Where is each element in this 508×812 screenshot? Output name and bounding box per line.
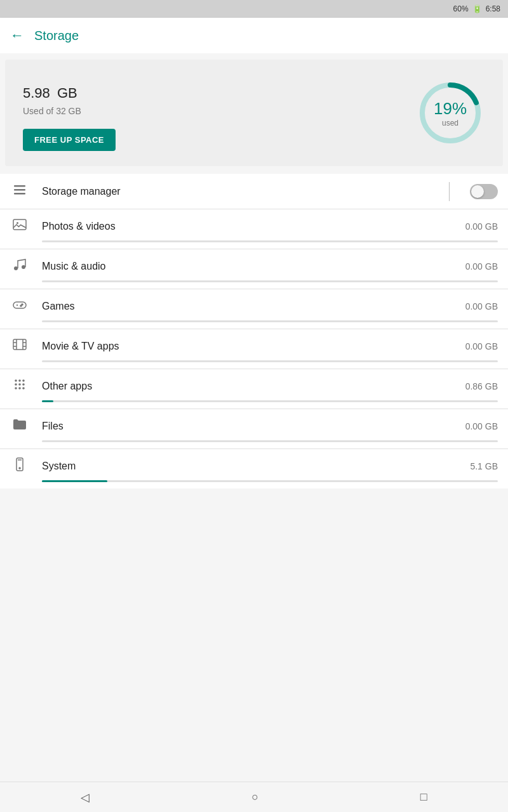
list-item-content: System 5.1 GB (42, 461, 498, 472)
main-content: 5.98 GB Used of 32 GB FREE UP SPACE 19% … (0, 53, 508, 782)
toggle-knob (471, 185, 484, 198)
svg-rect-4 (14, 193, 25, 195)
list-item-content: Files 0.00 GB (42, 421, 498, 432)
storage-summary-card: 5.98 GB Used of 32 GB FREE UP SPACE 19% … (5, 60, 503, 166)
nav-bar: ◁ ○ □ (0, 782, 508, 812)
svg-point-28 (18, 387, 21, 390)
svg-point-12 (22, 304, 23, 305)
list-item-row: Music & audio 0.00 GB (10, 257, 498, 275)
list-item-content: Photos & videos 0.00 GB (42, 221, 498, 232)
progress-track (42, 400, 498, 402)
list-item-row: Movie & TV apps 0.00 GB (10, 337, 498, 355)
storage-gb-number: 5.98 (23, 85, 50, 101)
svg-point-21 (15, 379, 17, 382)
grid-icon (10, 377, 29, 395)
list-item-content: Games 0.00 GB (42, 301, 498, 312)
battery-level: 60% (453, 4, 469, 13)
svg-rect-9 (13, 302, 26, 308)
svg-point-26 (22, 383, 25, 386)
list-item-movies[interactable]: Movie & TV apps 0.00 GB (0, 329, 508, 369)
storage-gb-label: GB (57, 85, 77, 101)
progress-track (42, 360, 498, 362)
back-button[interactable]: ← (10, 27, 24, 44)
list-item-value: 0.00 GB (465, 221, 498, 232)
list-item-label: Photos & videos (42, 221, 116, 232)
progress-track (42, 240, 498, 242)
storage-list: Photos & videos 0.00 GB Music & audio 0.… (0, 209, 508, 488)
music-icon (10, 257, 29, 275)
list-item-top: Photos & videos 0.00 GB (42, 221, 498, 232)
page-title: Storage (34, 29, 79, 43)
free-up-space-button[interactable]: FREE UP SPACE (23, 129, 116, 151)
progress-track (42, 440, 498, 442)
list-item-top: System 5.1 GB (42, 461, 498, 472)
image-icon (10, 217, 29, 235)
list-item-row: Other apps 0.86 GB (10, 377, 498, 395)
storage-manager-row[interactable]: Storage manager (0, 174, 508, 209)
status-bar-right: 60% 🔋 6:58 (453, 4, 500, 13)
app-bar: ← Storage (0, 18, 508, 53)
folder-icon (10, 417, 29, 435)
list-item-value: 0.86 GB (465, 381, 498, 391)
svg-point-29 (22, 387, 25, 390)
time-display: 6:58 (486, 4, 500, 13)
donut-percent: 19% (434, 99, 467, 119)
progress-track (42, 320, 498, 322)
svg-point-27 (15, 387, 17, 390)
storage-manager-toggle[interactable] (470, 184, 498, 199)
battery-icon: 🔋 (472, 4, 482, 13)
svg-rect-3 (14, 189, 25, 191)
list-item-label: System (42, 461, 76, 472)
list-item-otherapps[interactable]: Other apps 0.86 GB (0, 369, 508, 409)
list-item-label: Other apps (42, 381, 92, 392)
donut-label: 19% used (434, 99, 467, 128)
gamepad-icon (10, 297, 29, 315)
storage-info: 5.98 GB Used of 32 GB FREE UP SPACE (23, 75, 116, 151)
list-item-music[interactable]: Music & audio 0.00 GB (0, 249, 508, 289)
list-item-label: Movie & TV apps (42, 341, 119, 352)
storage-of-total: Used of 32 GB (23, 106, 116, 116)
list-item-value: 0.00 GB (465, 341, 498, 351)
storage-manager-label: Storage manager (42, 186, 436, 197)
svg-rect-5 (13, 219, 26, 230)
svg-point-25 (18, 383, 21, 386)
progress-track (42, 480, 498, 482)
divider (449, 182, 450, 201)
back-nav-button[interactable]: ◁ (81, 790, 90, 804)
list-item-value: 0.00 GB (465, 421, 498, 431)
list-item-label: Music & audio (42, 261, 106, 272)
svg-point-7 (14, 266, 18, 270)
list-item-row: Files 0.00 GB (10, 417, 498, 435)
status-bar: 60% 🔋 6:58 (0, 0, 508, 18)
list-item-content: Music & audio 0.00 GB (42, 261, 498, 272)
progress-track (42, 280, 498, 282)
list-item-top: Other apps 0.86 GB (42, 381, 498, 392)
list-item-games[interactable]: Games 0.00 GB (0, 289, 508, 329)
list-item-system[interactable]: System 5.1 GB (0, 449, 508, 488)
progress-fill (42, 480, 107, 482)
list-item-row: System 5.1 GB (10, 457, 498, 475)
svg-point-6 (17, 222, 18, 224)
list-item-top: Files 0.00 GB (42, 421, 498, 432)
svg-point-8 (22, 265, 25, 269)
film-icon (10, 337, 29, 355)
list-item-top: Music & audio 0.00 GB (42, 261, 498, 272)
svg-point-24 (15, 383, 17, 386)
list-item-label: Files (42, 421, 64, 432)
list-item-top: Games 0.00 GB (42, 301, 498, 312)
svg-rect-14 (13, 339, 26, 350)
storage-used-display: 5.98 GB (23, 75, 116, 103)
phone-icon (10, 457, 29, 475)
recent-nav-button[interactable]: □ (420, 790, 427, 804)
list-item-row: Photos & videos 0.00 GB (10, 217, 498, 235)
list-item-value: 5.1 GB (470, 461, 498, 471)
svg-point-31 (19, 468, 20, 469)
list-item-value: 0.00 GB (465, 261, 498, 272)
progress-fill (42, 400, 53, 402)
home-nav-button[interactable]: ○ (251, 790, 258, 804)
list-item-row: Games 0.00 GB (10, 297, 498, 315)
storage-manager-icon (10, 182, 29, 200)
list-item-files[interactable]: Files 0.00 GB (0, 409, 508, 449)
list-item-photos[interactable]: Photos & videos 0.00 GB (0, 209, 508, 249)
svg-point-13 (20, 305, 22, 306)
